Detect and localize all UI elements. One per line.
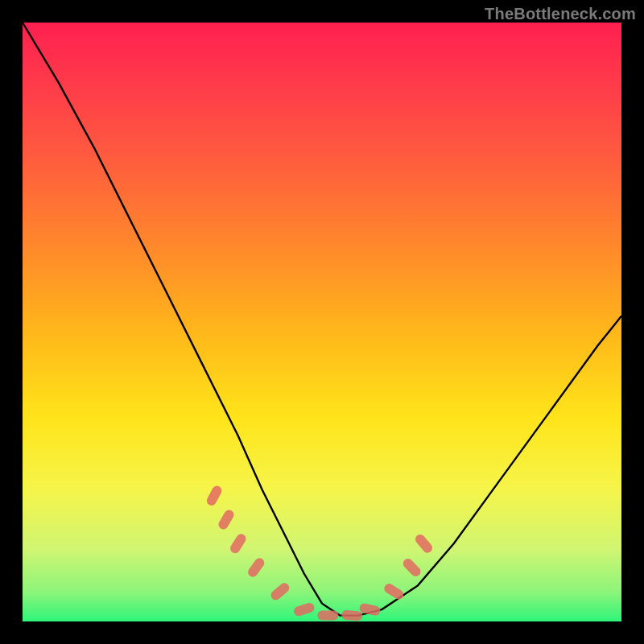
- curve-dash: [205, 485, 224, 508]
- curve-dash: [292, 601, 315, 617]
- bottleneck-curve: [23, 23, 621, 616]
- chart-frame: TheBottleneck.com: [0, 0, 644, 644]
- curve-dash: [401, 556, 423, 578]
- curve-dash: [341, 609, 363, 621]
- curve-dash: [246, 556, 266, 579]
- bottleneck-curve-svg: [23, 23, 621, 621]
- curve-dash: [269, 581, 291, 602]
- curve-dash: [382, 582, 405, 601]
- curve-dash: [217, 508, 235, 531]
- curve-dash: [317, 611, 338, 621]
- curve-dash: [229, 532, 248, 555]
- plot-area: [23, 23, 621, 621]
- curve-dash: [414, 532, 435, 555]
- watermark-text: TheBottleneck.com: [485, 5, 636, 23]
